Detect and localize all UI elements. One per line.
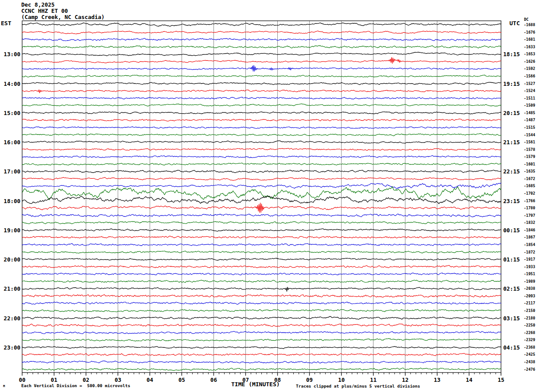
seismo-trace-black	[22, 52, 501, 56]
dc-value-label: -1509	[520, 103, 535, 108]
seismo-trace-red	[22, 119, 501, 121]
seismo-trace-black	[22, 287, 501, 292]
x-tick-label: 10	[335, 377, 348, 383]
footer-m-glyph: M	[3, 384, 5, 388]
utc-time-label: 00:15	[503, 227, 520, 234]
seismo-trace-red	[22, 324, 501, 327]
seismo-trace-blue	[22, 243, 501, 246]
dc-value-label: -1592	[520, 66, 535, 71]
dc-value-label: -1676	[520, 30, 535, 35]
dc-value-label: -1933	[520, 265, 535, 269]
utc-time-label: 03:15	[503, 315, 520, 322]
seismo-trace-red	[22, 177, 501, 181]
est-time-label: 19:00	[1, 227, 20, 234]
seismo-trace-green	[22, 46, 501, 48]
x-tick-label: 09	[303, 377, 316, 383]
seismo-trace-black	[22, 316, 501, 319]
seismo-trace-blue	[22, 302, 501, 304]
dc-value-label: -1688	[520, 23, 535, 27]
footer-scale-note: Each Vertical Division = 500.00 microvol…	[21, 383, 130, 388]
seismo-trace-black	[22, 23, 501, 27]
x-axis-title: TIME (MINUTES)	[231, 381, 280, 388]
dc-value-label: -1635	[520, 169, 535, 173]
utc-time-label: 21:15	[503, 139, 520, 146]
est-time-label: 14:00	[1, 81, 20, 87]
seismo-trace-blue	[22, 214, 501, 217]
utc-time-label: 18:15	[503, 51, 520, 58]
seismo-trace-blue	[22, 38, 501, 41]
seismo-trace-red	[22, 236, 501, 238]
dc-value-label: -1766	[520, 199, 535, 203]
dc-value-label: -1846	[520, 228, 535, 232]
dc-value-label: -1633	[520, 45, 535, 49]
seismo-trace-blue	[22, 331, 501, 334]
est-time-label: 18:00	[1, 198, 20, 204]
seismo-trace-red	[22, 90, 501, 93]
seismo-trace-black	[22, 82, 501, 85]
dc-value-label: -1681	[520, 37, 535, 42]
dc-value-label: -1527	[520, 81, 535, 86]
est-time-label: 17:00	[1, 168, 20, 175]
dc-value-label: -1578	[520, 147, 535, 152]
dc-value-label: -1626	[520, 59, 535, 64]
x-tick-label: 04	[143, 377, 156, 383]
seismo-trace-black	[22, 258, 501, 260]
utc-time-label: 01:15	[503, 256, 520, 263]
seismo-trace-red	[22, 58, 501, 64]
x-tick-label: 00	[16, 377, 29, 383]
utc-time-label: 04:15	[503, 344, 520, 351]
seismo-trace-green	[22, 280, 501, 283]
est-time-label: 22:00	[1, 315, 20, 322]
seismo-trace-blue	[22, 361, 501, 363]
dc-value-label: -1544	[520, 133, 535, 137]
seismo-trace-red	[22, 31, 501, 34]
dc-value-label: -2117	[520, 301, 535, 305]
seismo-trace-black	[22, 229, 501, 231]
utc-time-label: 02:15	[503, 285, 520, 292]
webicorder-page: Dec 8,2025 CCNC HHZ ET 00 (Camp Creek, N…	[0, 0, 536, 392]
x-tick-label: 05	[175, 377, 188, 383]
x-tick-label: 01	[47, 377, 61, 383]
seismo-trace-black	[22, 112, 501, 114]
dc-value-label: -1867	[520, 235, 535, 239]
dc-value-label: -1917	[520, 257, 535, 261]
dc-value-label: -1579	[520, 154, 535, 159]
dc-value-label: -2368	[520, 345, 535, 350]
seismo-trace-blue	[22, 97, 501, 99]
seismo-trace-blue	[22, 183, 501, 188]
dc-value-label: -1854	[520, 242, 535, 247]
utc-time-label: 22:15	[503, 168, 520, 175]
seismo-trace-black	[22, 196, 501, 204]
dc-value-label: -1515	[520, 125, 535, 130]
dc-value-label: -2250	[520, 323, 535, 327]
est-time-label: 23:00	[1, 344, 20, 351]
seismo-trace-red	[22, 295, 501, 297]
utc-time-label: 23:15	[503, 198, 520, 204]
dc-value-label: -2425	[520, 352, 535, 357]
dc-value-label: -2150	[520, 308, 535, 313]
seismo-trace-blue	[22, 156, 501, 158]
seismo-trace-green	[22, 134, 501, 136]
dc-value-label: -1872	[520, 250, 535, 254]
x-tick-label: 03	[111, 377, 124, 383]
x-tick-label: 11	[367, 377, 380, 383]
dc-value-label: -2476	[520, 367, 535, 372]
dc-value-label: -1561	[520, 140, 535, 144]
seismo-trace-green	[22, 75, 501, 77]
seismo-trace-red	[22, 265, 501, 268]
dc-value-label: -1780	[520, 206, 535, 210]
dc-value-label: -1485	[520, 111, 535, 115]
x-tick-label: 06	[207, 377, 220, 383]
dc-value-label: -1989	[520, 279, 535, 284]
utc-time-label: 20:15	[503, 110, 520, 116]
est-time-label: 13:00	[1, 51, 20, 58]
dc-value-label: -2438	[520, 360, 535, 364]
x-tick-label: 12	[399, 377, 412, 383]
dc-value-label: -2180	[520, 316, 535, 320]
dc-value-label: -1797	[520, 213, 535, 218]
dc-value-label: -1524	[520, 88, 535, 93]
dc-value-label: -1832	[520, 220, 535, 225]
footer-clip-note: Traces clipped at plus/minus 5 vertical …	[296, 384, 420, 388]
seismo-trace-green	[22, 163, 501, 165]
seismo-trace-green	[22, 251, 501, 253]
